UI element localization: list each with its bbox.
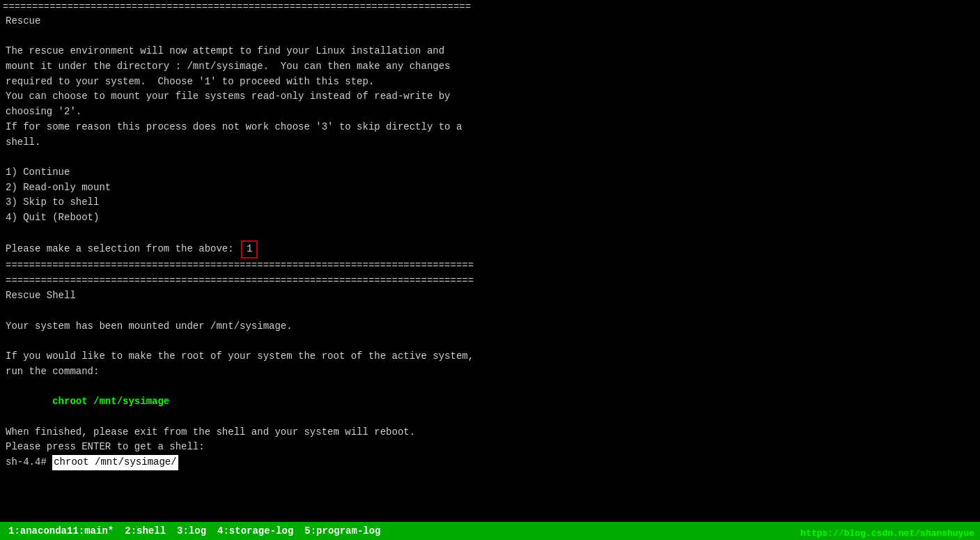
- enter-line: Please press ENTER to get a shell:: [6, 440, 974, 455]
- rescue-line-7: shell.: [6, 135, 974, 151]
- mounted-line: Your system has been mounted under /mnt/…: [6, 319, 974, 334]
- rescue-line-4: You can choose to mount your file system…: [6, 89, 974, 105]
- empty-line-2: [6, 150, 974, 165]
- terminal-content: Rescue The rescue environment will now a…: [0, 13, 980, 522]
- empty-line-6: [6, 380, 974, 395]
- status-item-anaconda[interactable]: 1:anaconda11:main*: [3, 525, 119, 537]
- empty-line-4: [6, 304, 974, 319]
- menu-item-3: 3) Skip to shell: [6, 195, 974, 210]
- status-item-shell[interactable]: 2:shell: [119, 525, 171, 537]
- watermark: https://blog.csdn.net/shanshuyue: [800, 528, 974, 539]
- shell-prompt-line: sh-4.4# chroot /mnt/sysimage/: [6, 455, 974, 470]
- status-item-storage-log[interactable]: 4:storage-log: [212, 525, 299, 537]
- chroot-command-display: chroot /mnt/sysimage: [6, 394, 974, 410]
- root-info-line-2: run the command:: [6, 364, 974, 380]
- root-info-line-1: If you would like to make the root of yo…: [6, 349, 974, 364]
- selection-value: 1: [241, 240, 258, 259]
- empty-line-5: [6, 334, 974, 349]
- rescue-shell-title: Rescue Shell: [6, 288, 974, 304]
- rescue-line-6: If for some reason this process does not…: [6, 120, 974, 135]
- status-item-log[interactable]: 3:log: [171, 525, 212, 537]
- rescue-line-2: mount it under the directory : /mnt/sysi…: [6, 59, 974, 75]
- chroot-command-input[interactable]: chroot /mnt/sysimage/: [52, 455, 178, 470]
- rescue-line-5: choosing '2'.: [6, 105, 974, 120]
- empty-line-3: [6, 226, 974, 241]
- separator-2: ========================================…: [6, 274, 974, 289]
- menu-item-2: 2) Read-only mount: [6, 180, 974, 196]
- menu-item-4: 4) Quit (Reboot): [6, 210, 974, 226]
- finished-line: When finished, please exit from the shel…: [6, 425, 974, 440]
- status-item-program-log[interactable]: 5:program-log: [299, 525, 386, 537]
- prompt-text: Please make a selection from the above:: [6, 242, 240, 257]
- status-bar: 1:anaconda11:main* 2:shell 3:log 4:stora…: [0, 522, 980, 540]
- menu-item-1: 1) Continue: [6, 165, 974, 180]
- empty-line-7: [6, 410, 974, 425]
- terminal-window: ========================================…: [0, 0, 980, 540]
- top-border: ========================================…: [0, 0, 980, 13]
- rescue-line-1: The rescue environment will now attempt …: [6, 44, 974, 59]
- rescue-title: Rescue: [6, 14, 974, 29]
- selection-prompt: Please make a selection from the above: …: [6, 240, 974, 259]
- empty-line-1: [6, 29, 974, 45]
- rescue-line-3: required to your system. Choose '1' to p…: [6, 75, 974, 90]
- shell-prompt: sh-4.4#: [6, 455, 52, 470]
- separator-1: ========================================…: [6, 259, 974, 274]
